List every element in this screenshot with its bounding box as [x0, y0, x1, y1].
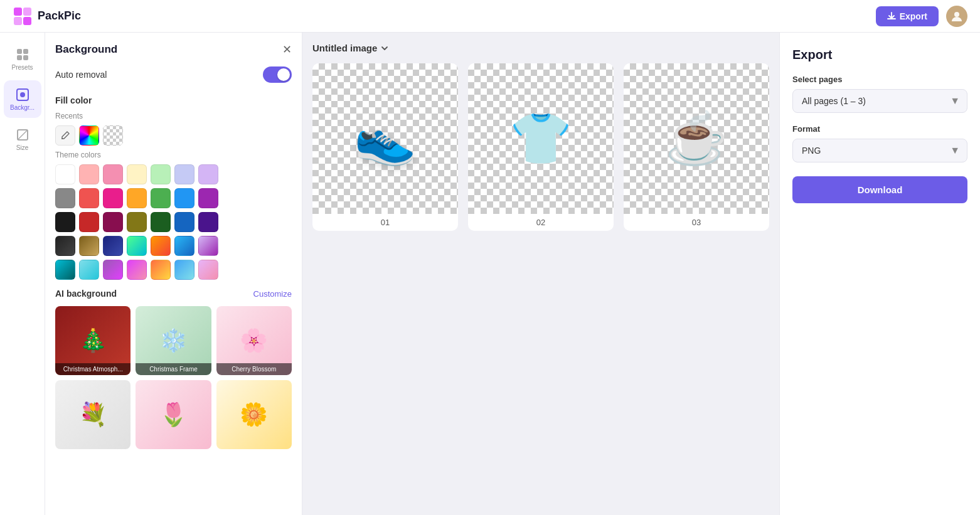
color-grad-dark[interactable]	[55, 236, 75, 256]
size-icon	[16, 128, 29, 142]
color-grad-blush[interactable]	[198, 260, 218, 280]
color-purple[interactable]	[198, 188, 218, 208]
color-grad-violet[interactable]	[103, 260, 123, 280]
sidebar-item-background[interactable]: Backgr...	[4, 80, 41, 118]
color-grad-navy[interactable]	[103, 236, 123, 256]
color-light-green[interactable]	[151, 164, 171, 184]
pages-select[interactable]: All pages (1 – 3) Page 1 Page 2 Page 3	[792, 89, 967, 113]
color-white[interactable]	[55, 164, 75, 184]
auto-removal-row: Auto removal	[55, 66, 292, 83]
background-panel: Background ✕ Auto removal Fill color Rec…	[45, 33, 302, 515]
color-gray[interactable]	[55, 188, 75, 208]
theme-colors-label: Theme colors	[55, 151, 292, 159]
color-dark-red[interactable]	[79, 212, 99, 232]
canvas-image-02: 👕	[468, 63, 614, 214]
color-green[interactable]	[151, 188, 171, 208]
color-dark-purple[interactable]	[198, 212, 218, 232]
color-pink[interactable]	[103, 164, 123, 184]
transparent-swatch[interactable]	[103, 125, 123, 146]
select-pages-label: Select pages	[792, 75, 967, 84]
download-icon	[887, 12, 896, 21]
canvas-item-02[interactable]: 👕 02	[468, 63, 614, 231]
color-grad-cyan[interactable]	[79, 260, 99, 280]
color-light-purple[interactable]	[198, 164, 218, 184]
canvas-toolbar: Untitled image	[312, 43, 769, 53]
color-grad-pink-purple[interactable]	[127, 260, 147, 280]
svg-rect-7	[17, 55, 22, 60]
recents-row	[55, 125, 292, 146]
color-orange[interactable]	[127, 188, 147, 208]
canvas-area: Untitled image 👟 01 👕 02	[302, 33, 779, 515]
svg-rect-8	[23, 55, 28, 60]
sidebar-item-size[interactable]: Size	[4, 120, 41, 158]
color-grad-sky[interactable]	[174, 236, 194, 256]
logo: PackPic	[13, 6, 81, 26]
shirt-image: 👕	[509, 109, 572, 168]
svg-rect-1	[23, 8, 31, 16]
color-blue[interactable]	[174, 188, 194, 208]
color-dark-green[interactable]	[151, 212, 171, 232]
sidebar-item-presets[interactable]: Presets	[4, 40, 41, 78]
format-label: Format	[792, 124, 967, 134]
auto-removal-label: Auto removal	[55, 70, 107, 80]
eyedrop-swatch[interactable]	[55, 125, 75, 146]
color-hot-pink[interactable]	[103, 188, 123, 208]
canvas-image-01: 👟	[312, 63, 458, 214]
app-name: PackPic	[38, 9, 81, 23]
presets-icon	[16, 48, 29, 61]
ai-bg-christmas-atmos[interactable]: 🎄 Christmas Atmosph...	[55, 306, 130, 375]
color-dark-yellow[interactable]	[127, 212, 147, 232]
color-light-blue[interactable]	[174, 164, 194, 184]
svg-rect-3	[23, 17, 31, 25]
ai-background-title: AI background	[55, 289, 117, 299]
canvas-item-03[interactable]: ☕ 03	[624, 63, 769, 231]
svg-point-10	[20, 92, 25, 97]
customize-link[interactable]: Customize	[253, 289, 292, 299]
color-grad-gold[interactable]	[79, 236, 99, 256]
ai-bg-flowers1[interactable]: 💐	[55, 380, 130, 449]
shoe-image: 👟	[354, 109, 417, 168]
color-grad-lavender[interactable]	[198, 236, 218, 256]
color-grad-teal[interactable]	[55, 260, 75, 280]
ai-bg-flowers3[interactable]: 🌼	[216, 380, 292, 449]
canvas-label-03: 03	[692, 214, 701, 231]
color-dark-pink[interactable]	[103, 212, 123, 232]
color-grad-blue-cyan[interactable]	[174, 260, 194, 280]
presets-label: Presets	[12, 64, 33, 71]
color-red[interactable]	[79, 188, 99, 208]
color-grid	[55, 164, 292, 280]
export-button[interactable]: Export	[876, 6, 939, 26]
svg-point-4	[954, 12, 959, 17]
topbar-right: Export	[876, 6, 967, 27]
logo-icon	[13, 6, 33, 26]
canvas-label-02: 02	[536, 214, 545, 231]
ai-bg-flowers2[interactable]: 🌷	[136, 380, 211, 449]
format-select[interactable]: PNG JPG WEBP PDF	[792, 139, 967, 162]
color-picker-swatch[interactable]	[79, 125, 99, 146]
canvas-item-01[interactable]: 👟 01	[312, 63, 458, 231]
ai-bg-cherry-blossom[interactable]: 🌸 Cherry Blossom	[216, 306, 292, 375]
size-label: Size	[16, 144, 28, 151]
panel-close-button[interactable]: ✕	[282, 43, 292, 56]
color-light-pink[interactable]	[79, 164, 99, 184]
image-title[interactable]: Untitled image	[312, 43, 390, 53]
background-label: Backgr...	[10, 104, 35, 111]
color-grad-orange-red[interactable]	[151, 236, 171, 256]
auto-removal-toggle[interactable]	[263, 66, 292, 83]
color-grad-sunset[interactable]	[151, 260, 171, 280]
fill-color-title: Fill color	[55, 95, 292, 105]
color-grad-green-cyan[interactable]	[127, 236, 147, 256]
chevron-down-icon	[380, 43, 390, 53]
ai-bg-christmas-frame[interactable]: ❄️ Christmas Frame	[136, 306, 211, 375]
svg-point-12	[61, 138, 63, 139]
recents-label: Recents	[55, 112, 292, 120]
icon-sidebar: Presets Backgr... Size	[0, 33, 45, 515]
format-select-wrapper: PNG JPG WEBP PDF ▼	[792, 139, 967, 162]
svg-rect-2	[14, 17, 22, 25]
color-near-black[interactable]	[55, 212, 75, 232]
export-btn-label: Export	[900, 11, 927, 21]
color-dark-blue[interactable]	[174, 212, 194, 232]
color-light-yellow[interactable]	[127, 164, 147, 184]
avatar[interactable]	[946, 6, 967, 27]
download-button[interactable]: Download	[792, 176, 967, 203]
